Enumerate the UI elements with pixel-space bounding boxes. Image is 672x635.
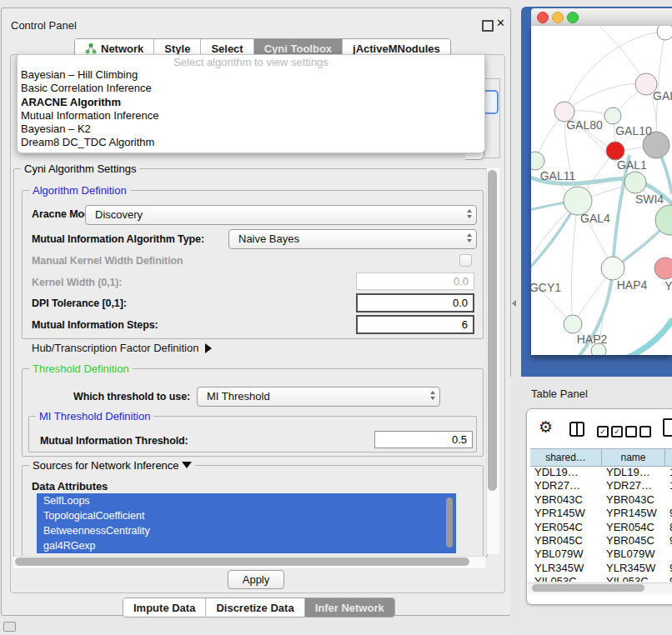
algorithm-dropdown-placeholder: Select algorithm to view settings: [18, 56, 484, 68]
column-header-name[interactable]: name: [602, 449, 665, 466]
network-node[interactable]: [601, 257, 624, 280]
tab-label: Style: [164, 42, 190, 55]
algorithm-dropdown-list: Bayesian – Hill ClimbingBasic Correlatio…: [18, 68, 484, 150]
network-node[interactable]: [531, 152, 544, 170]
node-label-gal80: GAL80: [566, 118, 603, 132]
cyni-bottom-tab-bar: Impute DataDiscretize DataInfer Network: [123, 598, 395, 618]
settings-vertical-scrollbar-thumb[interactable]: [488, 170, 497, 491]
float-window-icon[interactable]: [482, 20, 494, 32]
table-cell: YER054C: [530, 521, 602, 534]
table-settings-gear-icon[interactable]: ⚙: [539, 418, 553, 437]
tab-infer-network[interactable]: Infer Network: [305, 598, 394, 617]
panel-grip-icon[interactable]: [3, 622, 16, 632]
algorithm-option-bayesian-k2[interactable]: Bayesian – K2: [18, 122, 484, 136]
table-row[interactable]: YDR27…YDR27…12: [530, 479, 672, 492]
attribute-item-selfloops[interactable]: SelfLoops: [37, 493, 456, 508]
table-cell: YDR27…: [602, 479, 665, 492]
table-row[interactable]: YIL053CYIL053C9.: [530, 575, 672, 582]
close-panel-icon[interactable]: ✕: [496, 17, 505, 29]
tab-discretize-data[interactable]: Discretize Data: [206, 598, 304, 617]
dpi-tolerance-input[interactable]: [356, 293, 474, 312]
table-cell: YPR145W: [602, 507, 665, 520]
hub-definition-expander[interactable]: Hub/Transcription Factor Definition: [32, 342, 212, 354]
network-window-titlebar[interactable]: [531, 8, 672, 27]
mi-threshold-input[interactable]: [374, 431, 473, 448]
deselect-all-columns-icon[interactable]: [625, 426, 651, 438]
mi-type-combobox[interactable]: Naive Bayes: [228, 229, 477, 249]
checked-box-icon: ✓: [611, 426, 623, 438]
table-cell: YDL19…: [602, 466, 665, 479]
table-cell: 12: [665, 479, 672, 492]
table-cell: 9.: [665, 562, 672, 575]
network-node[interactable]: [606, 142, 624, 160]
table-row[interactable]: YPR145WYPR145W9.: [530, 507, 672, 520]
manual-kernel-checkbox[interactable]: [459, 254, 472, 267]
network-node[interactable]: [654, 258, 672, 279]
tab-impute-data[interactable]: Impute Data: [123, 598, 206, 617]
close-traffic-icon[interactable]: [537, 12, 549, 23]
table-row[interactable]: YBR045CYBR045C9.: [530, 534, 672, 548]
table-row[interactable]: YBR043CYBR043C: [530, 493, 672, 507]
network-canvas[interactable]: GALGAL80GAL10GAL1GAL11SWI4GAL4HAP4YGCY1H…: [531, 26, 672, 355]
attribute-item-gal4rgexp[interactable]: gal4RGexp: [37, 538, 456, 553]
algorithm-option-dream8-dc-tdc-algorithm[interactable]: Dream8 DC_TDC Algorithm: [18, 136, 484, 149]
aracne-mode-combobox[interactable]: Discovery: [85, 205, 477, 225]
network-node[interactable]: [564, 315, 582, 333]
network-icon: [85, 42, 97, 54]
algorithm-option-aracne-algorithm[interactable]: ARACNE Algorithm: [18, 96, 484, 109]
table-cell: YPR145W: [530, 507, 602, 520]
minimize-traffic-icon[interactable]: [552, 12, 564, 23]
table-cell: 8.: [665, 521, 672, 534]
table-row[interactable]: YBL079WYBL079W: [530, 548, 672, 561]
which-threshold-combobox[interactable]: MI Threshold: [197, 387, 440, 407]
table-cell: YBR043C: [602, 493, 665, 507]
table-row[interactable]: YLR345WYLR345W9.: [530, 562, 672, 575]
apply-button[interactable]: Apply: [228, 570, 284, 589]
attribute-list-scrollbar[interactable]: [446, 498, 453, 548]
attribute-item-betweennesscentrality[interactable]: BetweennessCentrality: [37, 523, 456, 538]
mi-steps-input[interactable]: [356, 315, 474, 334]
network-node[interactable]: [564, 187, 592, 215]
column-header-shared-[interactable]: shared…: [530, 449, 602, 466]
sources-group-title[interactable]: Sources for Network Inference: [29, 459, 195, 472]
group-title: Algorithm Definition: [29, 184, 130, 197]
settings-horizontal-scrollbar-thumb[interactable]: [15, 558, 469, 566]
node-label-gal: GAL: [653, 89, 672, 102]
table-cell: YBL079W: [602, 548, 665, 561]
algorithm-option-bayesian-hill-climbing[interactable]: Bayesian – Hill Climbing: [18, 68, 484, 82]
zoom-traffic-icon[interactable]: [567, 12, 579, 23]
attribute-item-topologicalcoefficient[interactable]: TopologicalCoefficient: [37, 508, 456, 523]
show-columns-icon[interactable]: [569, 422, 584, 437]
algorithm-option-basic-correlation-inference[interactable]: Basic Correlation Inference: [18, 82, 484, 95]
collapse-down-icon[interactable]: [182, 462, 192, 468]
algorithm-dropdown-popup: Select algorithm to view settings Bayesi…: [17, 54, 485, 153]
column-header-hidden[interactable]: [665, 449, 672, 466]
network-node[interactable]: [604, 108, 621, 124]
node-label-gal10: GAL10: [615, 124, 652, 138]
table-row[interactable]: YDL19…YDL19…13: [530, 466, 672, 479]
expander-right-icon[interactable]: [205, 343, 212, 353]
network-node[interactable]: [657, 26, 672, 40]
table-row[interactable]: YER054CYER054C8.: [530, 521, 672, 534]
stepper-icon: [430, 391, 435, 400]
algorithm-option-mutual-information-inference[interactable]: Mutual Information Inference: [18, 109, 484, 122]
kernel-width-input[interactable]: [356, 272, 474, 290]
node-label-swi4: SWI4: [635, 192, 664, 206]
table-horizontal-scrollbar-thumb[interactable]: [532, 584, 644, 592]
node-label-gal4: GAL4: [580, 212, 610, 225]
node-label-hap2: HAP2: [577, 332, 608, 346]
table-cell: 9.: [665, 575, 672, 582]
splitter-collapse-icon[interactable]: [512, 300, 516, 307]
network-node[interactable]: [624, 172, 646, 193]
table-function-icon[interactable]: [663, 418, 672, 437]
table-panel-title: Table Panel: [531, 388, 588, 400]
sources-group-label: Sources for Network Inference: [33, 459, 179, 472]
checked-box-icon: ✓: [597, 426, 609, 438]
table-body: YDL19…YDL19…13YDR27…YDR27…12YBR043CYBR04…: [530, 466, 672, 582]
tab-label: Infer Network: [315, 602, 384, 614]
tab-label: jActiveMNodules: [353, 42, 440, 55]
hub-definition-label: Hub/Transcription Factor Definition: [32, 342, 198, 354]
table-cell: YDR27…: [530, 479, 602, 492]
table-header-row: shared…name: [530, 448, 672, 467]
select-all-columns-icon[interactable]: ✓ ✓: [597, 426, 623, 438]
